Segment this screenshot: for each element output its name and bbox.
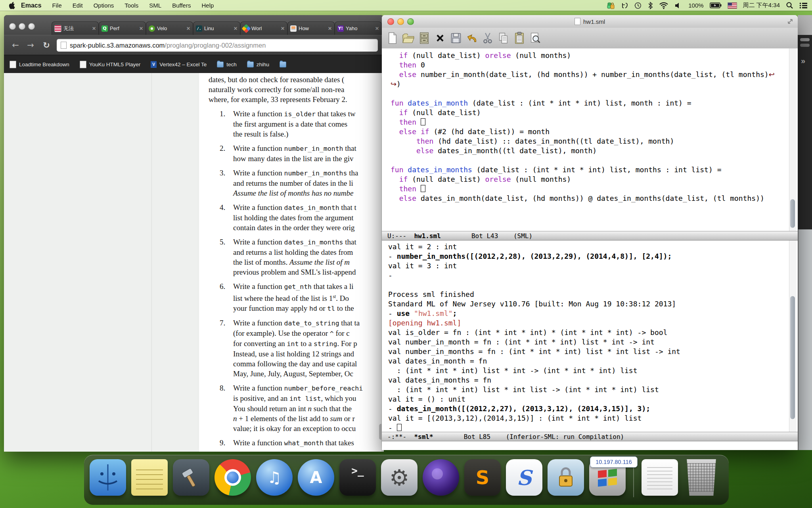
time-machine-icon[interactable] [634, 2, 642, 10]
tab-Linu[interactable]: /.Linu✕ [193, 21, 240, 35]
doc-item-1: 1.Write a function is_older that takes t… [209, 109, 383, 139]
tab-Velo[interactable]: Velo✕ [146, 21, 193, 35]
bookmark-folder[interactable] [280, 62, 286, 67]
close-buffer-icon[interactable] [433, 30, 447, 46]
doc-item-number: 7. [220, 318, 225, 328]
bookmark-tech[interactable]: tech [217, 62, 237, 67]
xcode-icon[interactable] [173, 459, 209, 496]
reload-button[interactable]: ↻ [40, 39, 52, 51]
bookmark-zhihu[interactable]: zhihu [247, 62, 269, 67]
battery-icon[interactable] [710, 2, 722, 10]
save-as-icon[interactable] [417, 30, 431, 46]
itunes-icon[interactable]: ♫ [256, 459, 293, 496]
scrollbar-thumb[interactable] [790, 296, 795, 419]
doc-line: and returns a list holding the dates fro… [233, 247, 383, 257]
menu-buffers[interactable]: Buffers [172, 2, 191, 9]
chrome-close-button[interactable] [9, 23, 16, 30]
chrome-icon[interactable] [214, 459, 251, 496]
doc-line: your function may apply hd or tl to the [233, 303, 383, 314]
doc-item-5: 5.Write a function dates_in_months thata… [209, 237, 383, 277]
tab-close-icon[interactable]: ✕ [375, 26, 379, 31]
emacs-title-bar[interactable]: hw1.sml [382, 15, 798, 28]
tab-label: Worl [251, 25, 279, 31]
spotlight-icon[interactable] [786, 2, 793, 10]
cut-icon[interactable] [481, 30, 494, 46]
doc-item-8: 8.Write a function number_before_reachii… [209, 383, 383, 433]
input-method-icon[interactable] [621, 2, 628, 10]
back-button[interactable]: ← [10, 39, 21, 51]
trash-icon[interactable] [683, 459, 720, 496]
tab-Yaho[interactable]: Y!Yaho✕ [335, 21, 382, 35]
notification-list-icon[interactable] [799, 2, 807, 10]
forward-button[interactable]: → [25, 39, 36, 51]
stickies-icon[interactable] [131, 459, 168, 496]
save-icon[interactable] [449, 30, 463, 46]
tab-close-icon[interactable]: ✕ [328, 26, 332, 31]
assignment-document: dates, but do not check for reasonable d… [209, 75, 383, 448]
menu-edit[interactable]: Edit [73, 2, 83, 9]
eclipse-icon[interactable] [423, 459, 459, 496]
menu-options[interactable]: Options [94, 2, 114, 9]
repl-line: val it = 3 : int [388, 261, 798, 271]
tab-Perf[interactable]: QPerf✕ [99, 21, 146, 35]
emacs-minimize-button[interactable] [397, 18, 404, 25]
undo-icon[interactable] [465, 30, 479, 46]
tab-close-icon[interactable]: ✕ [186, 26, 190, 31]
scrollbar-thumb[interactable] [790, 199, 795, 228]
repl-line: val dates_in_month = fn [388, 356, 798, 366]
chrome-zoom-button[interactable] [28, 23, 35, 30]
menu-clock[interactable]: 周二 下午4:34 [743, 2, 780, 9]
emacs-toolbar [382, 28, 798, 49]
tab-close-icon[interactable]: ✕ [139, 26, 143, 31]
repl-scrollbar[interactable] [789, 241, 796, 432]
sml-repl-buffer[interactable]: val it = 2 : int- number_in_months([(201… [382, 241, 798, 432]
bookmark-Vertex42 – Excel Te[interactable]: VVertex42 – Excel Te [151, 61, 207, 68]
menu-help[interactable]: Help [201, 2, 214, 9]
background-panel-edge [798, 229, 812, 450]
bluetooth-icon[interactable] [648, 2, 653, 10]
textedit-icon[interactable] [642, 459, 678, 496]
system-preferences-icon[interactable]: ⚙ [381, 459, 417, 496]
app-store-icon[interactable]: A [298, 459, 334, 496]
emacs-close-button[interactable] [387, 18, 394, 25]
menu-sml[interactable]: SML [149, 2, 161, 9]
code-line: fun dates_in_month (date_list : (int * i… [391, 98, 798, 108]
bookmark-YouKu HTML5 Player[interactable]: YouKu HTML5 Player [80, 61, 140, 68]
resize-icon[interactable] [787, 18, 794, 26]
script-s-app-icon[interactable]: S [506, 459, 542, 496]
tab-close-icon[interactable]: ✕ [281, 26, 285, 31]
menu-tools[interactable]: Tools [124, 2, 138, 9]
bookmark-Loadtime Breakdown[interactable]: Loadtime Breakdown [10, 61, 69, 68]
bookmark-label: Loadtime Breakdown [19, 62, 69, 67]
emacs-zoom-button[interactable] [407, 18, 414, 25]
code-scrollbar[interactable] [789, 48, 796, 231]
terminal-icon[interactable]: >_ [339, 459, 376, 496]
volume-icon[interactable] [674, 2, 682, 10]
document-proxy-icon [575, 18, 580, 25]
apple-menu-icon[interactable] [9, 2, 15, 9]
battery-percent: 100% [688, 2, 703, 9]
wifi-icon[interactable] [659, 2, 668, 10]
copy-icon[interactable] [497, 30, 510, 46]
input-source-flag-icon[interactable] [728, 2, 737, 9]
search-icon[interactable] [529, 30, 542, 46]
url-bar[interactable]: spark-public.s3.amazonaws.com/proglang/p… [57, 39, 378, 52]
tab-无法[interactable]: 无法✕ [52, 21, 99, 35]
tab-close-icon[interactable]: ✕ [234, 26, 237, 31]
tab-close-icon[interactable]: ✕ [92, 26, 96, 31]
code-buffer[interactable]: if (null date_list) orelse (null months)… [382, 48, 798, 231]
sharing-icon[interactable] [607, 2, 615, 10]
minibuffer[interactable] [382, 441, 798, 450]
menu-emacs[interactable]: Emacs [21, 2, 42, 9]
tab-How[interactable]: How✕ [287, 21, 335, 35]
paste-icon[interactable] [513, 30, 526, 46]
tab-Worl[interactable]: Worl✕ [240, 21, 287, 35]
open-folder-icon[interactable] [402, 30, 415, 46]
finder-icon[interactable] [90, 459, 126, 496]
menu-file[interactable]: File [52, 2, 62, 9]
chrome-minimize-button[interactable] [19, 23, 25, 30]
doc-line: the result is false.) [233, 129, 383, 139]
keychain-icon[interactable] [548, 459, 584, 496]
sublime-text-icon[interactable]: S [464, 459, 501, 496]
new-file-icon[interactable] [386, 30, 399, 46]
